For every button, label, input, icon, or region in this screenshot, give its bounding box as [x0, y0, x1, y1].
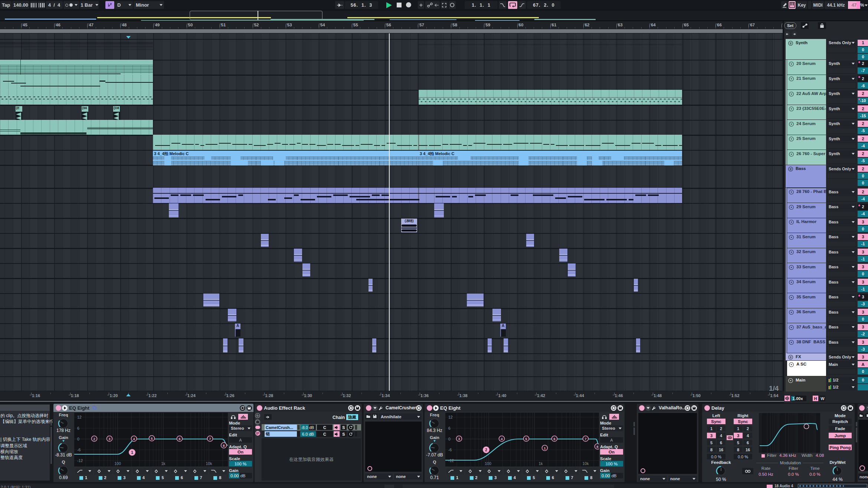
svg-text:1k: 1k: [161, 461, 166, 466]
svg-text:1: 1: [131, 451, 133, 455]
svg-text:-6: -6: [77, 448, 81, 452]
svg-text:7: 7: [584, 437, 586, 441]
svg-text:10k: 10k: [583, 461, 589, 466]
svg-text:3: 3: [458, 437, 460, 441]
svg-text:6: 6: [448, 426, 451, 430]
svg-text:10k: 10k: [206, 461, 213, 466]
svg-text:12: 12: [448, 415, 453, 419]
svg-text:8: 8: [596, 445, 598, 449]
svg-text:3: 3: [108, 437, 110, 441]
svg-text:100: 100: [114, 461, 121, 466]
svg-text:-12: -12: [448, 458, 454, 463]
svg-text:5: 5: [525, 437, 527, 441]
svg-text:4: 4: [501, 437, 503, 441]
svg-text:0: 0: [448, 437, 451, 441]
svg-text:8: 8: [223, 443, 225, 448]
svg-text:2: 2: [93, 437, 95, 441]
svg-text:12: 12: [77, 415, 82, 419]
svg-text:1k: 1k: [538, 461, 543, 466]
svg-text:6: 6: [553, 437, 555, 441]
svg-text:4: 4: [133, 437, 135, 441]
svg-text:100: 100: [485, 461, 491, 466]
svg-text:2: 2: [485, 448, 487, 452]
svg-text:-12: -12: [77, 458, 83, 463]
svg-text:6: 6: [178, 437, 180, 441]
svg-text:5: 5: [151, 436, 153, 440]
svg-text:7: 7: [209, 437, 211, 441]
svg-text:1: 1: [544, 446, 546, 450]
svg-text:6: 6: [77, 426, 79, 430]
svg-text:-6: -6: [448, 448, 452, 452]
svg-text:0: 0: [77, 437, 79, 441]
